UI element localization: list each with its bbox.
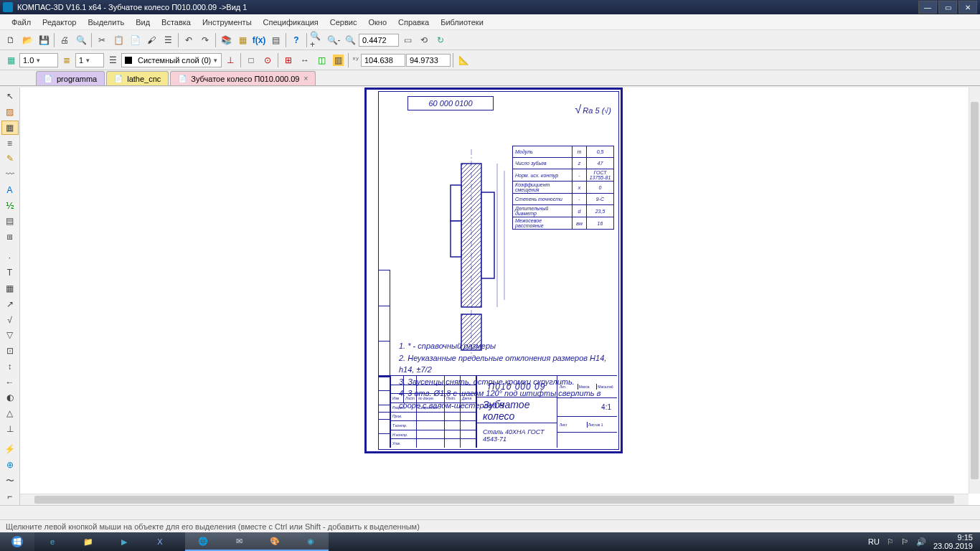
tray-date[interactable]: 23.09.2019 bbox=[933, 542, 973, 550]
tab-programma[interactable]: 📄 programma bbox=[36, 71, 105, 85]
annot-button[interactable]: ⅟₂ bbox=[1, 198, 19, 213]
library-mgr-button[interactable]: ▦ bbox=[235, 32, 250, 48]
base-button[interactable]: ▽ bbox=[1, 328, 19, 343]
tolerance-button[interactable]: ⊡ bbox=[1, 344, 19, 359]
snap-combo[interactable]: 1 bbox=[75, 53, 104, 67]
close-button[interactable]: ✕ bbox=[958, 1, 977, 14]
menu-help[interactable]: Справка bbox=[392, 17, 435, 28]
menu-file[interactable]: Файл bbox=[6, 17, 37, 28]
zoom-in-button[interactable]: 🔍+ bbox=[309, 32, 325, 48]
step-combo[interactable]: 1.0 bbox=[19, 53, 58, 67]
zoom-out-button[interactable]: 🔍- bbox=[326, 32, 341, 48]
brush-button[interactable]: 🖌 bbox=[143, 32, 159, 48]
detail-button[interactable]: ◐ bbox=[1, 390, 19, 405]
text-button[interactable]: A bbox=[1, 183, 19, 198]
scrollbar-vertical[interactable] bbox=[969, 88, 980, 494]
layer-button[interactable]: ☰ bbox=[105, 52, 121, 68]
dim2-button[interactable]: ≡ bbox=[1, 136, 19, 151]
layer-combo[interactable]: Системный слой (0) bbox=[121, 53, 222, 67]
lcs-button[interactable]: ⊥ bbox=[222, 52, 238, 68]
menu-select[interactable]: Выделить bbox=[82, 17, 130, 28]
rough-button[interactable]: √ bbox=[1, 312, 19, 327]
centermark-button[interactable]: ⊕ bbox=[1, 458, 19, 473]
table2-button[interactable]: ▦ bbox=[1, 281, 19, 296]
leader-button[interactable]: ↗ bbox=[1, 297, 19, 312]
new-button[interactable]: 🗋 bbox=[3, 32, 19, 48]
menu-libraries[interactable]: Библиотеки bbox=[435, 17, 489, 28]
tab-close-icon[interactable]: × bbox=[303, 75, 308, 83]
wave-button[interactable]: 〜 bbox=[1, 473, 19, 488]
taskbar-chrome[interactable]: 🌐 bbox=[185, 532, 221, 551]
preview-button[interactable]: 🔍 bbox=[73, 32, 89, 48]
restrict-button[interactable]: ◫ bbox=[314, 52, 329, 68]
menu-spec[interactable]: Спецификация bbox=[258, 17, 324, 28]
start-button[interactable] bbox=[0, 532, 34, 551]
measure-button[interactable]: 📐 bbox=[456, 52, 471, 68]
dim-button[interactable]: ↔ bbox=[297, 52, 313, 68]
props-button[interactable]: ☰ bbox=[160, 32, 176, 48]
coord-x-input[interactable] bbox=[361, 54, 405, 67]
print-button[interactable]: 🖨 bbox=[57, 32, 72, 48]
point-button[interactable]: · bbox=[1, 250, 19, 265]
variables-button[interactable]: ▤ bbox=[268, 32, 283, 48]
fx-button[interactable]: f(x) bbox=[251, 32, 267, 48]
open-button[interactable]: 📂 bbox=[19, 32, 35, 48]
tab-gear-wheel[interactable]: 📄 Зубчатое колесо П010.000.09 × bbox=[170, 71, 316, 85]
menu-view[interactable]: Вид bbox=[130, 17, 156, 28]
zoom-sel-button[interactable]: ▭ bbox=[400, 32, 415, 48]
help-button[interactable]: ? bbox=[288, 32, 304, 48]
table-button[interactable]: ▤ bbox=[1, 214, 19, 229]
round-button[interactable]: ⊙ bbox=[260, 52, 275, 68]
param-button[interactable]: ▥ bbox=[330, 52, 346, 68]
tab-lathe-cnc[interactable]: 📄 lathe_cnc bbox=[106, 71, 169, 85]
refresh-button[interactable]: ↻ bbox=[433, 32, 448, 48]
tray-lang[interactable]: RU bbox=[868, 537, 880, 546]
scrollbar-horizontal[interactable] bbox=[20, 494, 969, 505]
canvas-area[interactable]: 60 000 0100 Ra 5 (√) bbox=[20, 88, 980, 505]
text2-button[interactable]: T bbox=[1, 265, 19, 281]
menu-tools[interactable]: Инструменты bbox=[197, 17, 258, 28]
view-arrow-button[interactable]: ← bbox=[1, 375, 19, 390]
tray-action-icon[interactable]: ⚐ bbox=[887, 537, 894, 547]
copy-button[interactable]: 📋 bbox=[110, 32, 126, 48]
layers-button[interactable]: ≣ bbox=[59, 52, 75, 68]
zoom-input[interactable] bbox=[359, 34, 399, 47]
zoom-prev-button[interactable]: ⟲ bbox=[416, 32, 432, 48]
taskbar-media[interactable]: ▶ bbox=[106, 532, 142, 551]
menu-insert[interactable]: Вставка bbox=[156, 17, 197, 28]
axis-button[interactable]: ⊥ bbox=[1, 422, 19, 437]
taskbar-paint[interactable]: 🎨 bbox=[257, 532, 293, 551]
taskbar-kompas[interactable]: ◉ bbox=[293, 532, 329, 551]
input2-button[interactable]: ⌐ bbox=[1, 489, 19, 504]
taskbar-mail[interactable]: ✉ bbox=[221, 532, 257, 551]
tray-flag-icon[interactable]: 🏳 bbox=[901, 537, 909, 546]
cut-line-button[interactable]: ↕ bbox=[1, 359, 19, 375]
menu-editor[interactable]: Редактор bbox=[37, 17, 82, 28]
maximize-button[interactable]: ▭ bbox=[938, 1, 957, 14]
snap-toggle-button[interactable]: ⊞ bbox=[281, 52, 296, 68]
save-button[interactable]: 💾 bbox=[36, 32, 52, 48]
taskbar-app-x[interactable]: X bbox=[142, 532, 178, 551]
menu-window[interactable]: Окно bbox=[362, 17, 392, 28]
tray-sound-icon[interactable]: 🔊 bbox=[916, 537, 926, 547]
tray-time[interactable]: 9:15 bbox=[933, 533, 973, 542]
geometry-button[interactable]: ▦ bbox=[1, 121, 19, 136]
cut-button[interactable]: ✂ bbox=[94, 32, 110, 48]
center-button[interactable]: △ bbox=[1, 406, 19, 421]
menu-service[interactable]: Сервис bbox=[324, 17, 363, 28]
grid-button[interactable]: ▦ bbox=[3, 52, 19, 68]
taskbar-ie[interactable]: e bbox=[34, 532, 70, 551]
arrow-button[interactable]: ↖ bbox=[1, 89, 19, 104]
minimize-button[interactable]: — bbox=[918, 1, 937, 14]
paste-button[interactable]: 📄 bbox=[127, 32, 143, 48]
library-button[interactable]: 📚 bbox=[218, 32, 234, 48]
zoom-fit-button[interactable]: 🔍 bbox=[342, 32, 358, 48]
ortho-button[interactable]: □ bbox=[243, 52, 259, 68]
spec-button[interactable]: 🗉 bbox=[1, 230, 19, 245]
taskbar-explorer[interactable]: 📁 bbox=[70, 532, 106, 551]
edit-button[interactable]: ✎ bbox=[1, 151, 19, 166]
coord-y-input[interactable] bbox=[406, 54, 451, 67]
redo-button[interactable]: ↷ bbox=[197, 32, 213, 48]
spline-button[interactable]: 〰 bbox=[1, 167, 19, 182]
bolt-button[interactable]: ⚡ bbox=[1, 442, 19, 457]
